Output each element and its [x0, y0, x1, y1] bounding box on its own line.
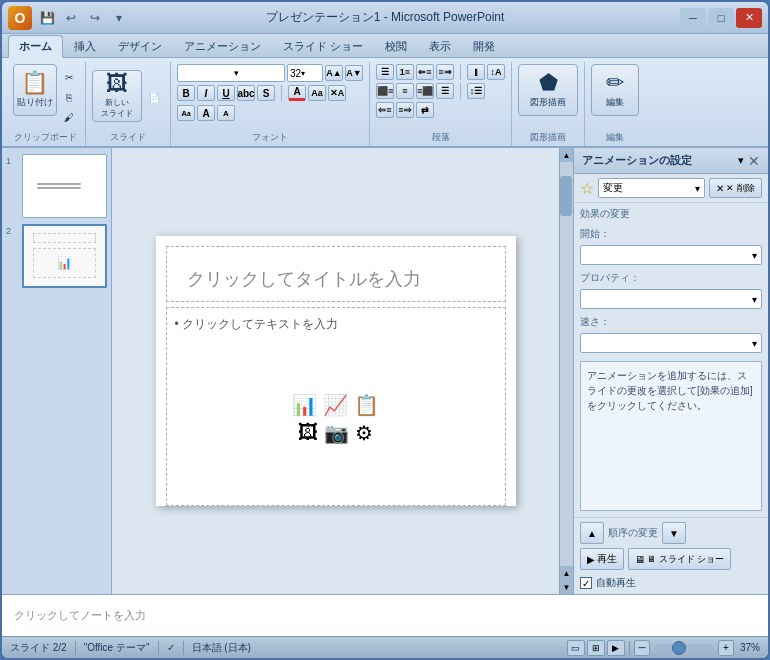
undo-btn[interactable]: ↩ — [60, 7, 82, 29]
bullet-list-btn[interactable]: ☰ — [376, 64, 394, 80]
slide-title-area[interactable]: クリックしてタイトルを入力 — [166, 246, 506, 302]
save-quick-btn[interactable]: 💾 — [36, 7, 58, 29]
tab-develop[interactable]: 開発 — [462, 35, 506, 57]
tab-design[interactable]: デザイン — [107, 35, 173, 57]
redo-btn[interactable]: ↪ — [84, 7, 106, 29]
slide-layout-btn[interactable]: 📄 — [144, 89, 164, 107]
font-name-combo[interactable]: ▾ — [177, 64, 285, 82]
normal-view-btn[interactable]: ▭ — [567, 640, 585, 656]
increase-font-btn[interactable]: A▲ — [325, 65, 343, 81]
new-slide-icon: 🖼 — [106, 73, 128, 95]
office-logo-icon[interactable]: O — [8, 6, 32, 30]
vertical-scrollbar[interactable]: ▲ ▲ ▼ — [559, 148, 573, 594]
bold-btn[interactable]: B — [177, 85, 195, 101]
shapes-btn[interactable]: ⬟ 図形描画 — [518, 64, 578, 116]
justify-btn[interactable]: ☰ — [436, 83, 454, 99]
autoplay-checkbox[interactable]: ✓ — [580, 577, 592, 589]
align-center-btn[interactable]: ≡ — [396, 83, 414, 99]
slide-group: 🖼 新しいスライド 📄 スライド — [86, 62, 171, 146]
cut-btn[interactable]: ✂ — [59, 68, 79, 86]
underline-btn[interactable]: U — [217, 85, 235, 101]
shadow-btn[interactable]: S — [257, 85, 275, 101]
new-slide-btn[interactable]: 🖼 新しいスライド — [92, 70, 142, 122]
animation-delete-btn[interactable]: ✕ ✕ 削除 — [709, 178, 762, 198]
animation-panel-dropdown-icon[interactable]: ▾ — [738, 154, 744, 167]
title-bar-left: O 💾 ↩ ↪ ▾ — [8, 6, 130, 30]
font-size-aa-btn[interactable]: Aa — [308, 85, 326, 101]
slideshow-view-btn[interactable]: ▶ — [607, 640, 625, 656]
slide-content-area[interactable]: • クリックしてテキストを入力 📊 📈 📋 🖼 📷 ⚙ — [166, 307, 506, 506]
line-spacing-btn[interactable]: ↕☰ — [467, 83, 485, 99]
chart-icon[interactable]: 📈 — [323, 393, 348, 417]
order-down-icon: ▼ — [669, 528, 679, 539]
clear-format-btn[interactable]: ✕A — [328, 85, 346, 101]
zoom-slider[interactable] — [654, 644, 714, 652]
font-size-combo[interactable]: 32 ▾ — [287, 64, 323, 82]
indent-left-btn[interactable]: ⇦≡ — [376, 102, 394, 118]
maximize-btn[interactable]: □ — [708, 8, 734, 28]
text-direction-btn[interactable]: ↕A — [487, 64, 505, 80]
slide-sorter-btn[interactable]: ⊞ — [587, 640, 605, 656]
align-right-btn[interactable]: ≡⬛ — [416, 83, 434, 99]
font-color-btn[interactable]: A — [288, 85, 306, 101]
slide-canvas[interactable]: クリックしてタイトルを入力 • クリックしてテキストを入力 📊 📈 📋 🖼 — [156, 236, 516, 506]
notes-area[interactable]: クリックしてノートを入力 — [2, 594, 768, 636]
zoom-handle[interactable] — [672, 641, 686, 655]
scroll-down-up-btn[interactable]: ▲ — [560, 566, 574, 580]
decrease-font-btn[interactable]: A▼ — [345, 65, 363, 81]
speed-combo[interactable]: ▾ — [580, 333, 762, 353]
slideshow-btn[interactable]: 🖥 🖥 スライド ショー — [628, 548, 731, 570]
tab-insert[interactable]: 挿入 — [63, 35, 107, 57]
edit-btn[interactable]: ✏ 編集 — [591, 64, 639, 116]
tab-review[interactable]: 校閲 — [374, 35, 418, 57]
align-left-btn[interactable]: ⬛≡ — [376, 83, 394, 99]
rtl-btn[interactable]: ⇐≡ — [416, 64, 434, 80]
col-btn[interactable]: ⫿ — [467, 64, 485, 80]
indent-right-btn[interactable]: ≡⇨ — [396, 102, 414, 118]
animation-panel-title: アニメーションの設定 — [582, 153, 738, 168]
scroll-up-btn[interactable]: ▲ — [560, 148, 574, 162]
copy-btn[interactable]: ⎘ — [59, 88, 79, 106]
scroll-down-btn[interactable]: ▼ — [560, 580, 574, 594]
scroll-thumb[interactable] — [560, 176, 572, 216]
property-combo[interactable]: ▾ — [580, 289, 762, 309]
font-size-small-btn[interactable]: A — [217, 105, 235, 121]
animation-change-combo[interactable]: 変更 ▾ — [598, 178, 705, 198]
font-group: ▾ 32 ▾ A▲ A▼ B I U abc S — [171, 62, 370, 146]
font-aa2-btn[interactable]: Aa — [177, 105, 195, 121]
format-painter-btn[interactable]: 🖌 — [59, 108, 79, 126]
view-buttons: ▭ ⊞ ▶ — [567, 640, 625, 656]
quickaccess-dropdown-btn[interactable]: ▾ — [108, 7, 130, 29]
font-size-big-btn[interactable]: A — [197, 105, 215, 121]
minimize-btn[interactable]: ─ — [680, 8, 706, 28]
window-title: プレゼンテーション1 - Microsoft PowerPoint — [266, 9, 505, 26]
paste-btn[interactable]: 📋 貼り付け — [13, 64, 57, 116]
media-icon[interactable]: ⚙ — [355, 421, 373, 445]
play-btn[interactable]: ▶ 再生 — [580, 548, 624, 570]
zoom-in-btn[interactable]: + — [718, 640, 734, 656]
tab-home[interactable]: ホーム — [8, 35, 63, 58]
convert-btn[interactable]: ⇄ — [416, 102, 434, 118]
animation-panel-close-btn[interactable]: ✕ — [748, 153, 760, 169]
tab-view[interactable]: 表示 — [418, 35, 462, 57]
order-up-btn[interactable]: ▲ — [580, 522, 604, 544]
smartart-icon[interactable]: 📋 — [354, 393, 379, 417]
autoplay-row: ✓ 自動再生 — [574, 574, 768, 594]
tab-animation[interactable]: アニメーション — [173, 35, 272, 57]
title-bar: O 💾 ↩ ↪ ▾ プレゼンテーション1 - Microsoft PowerPo… — [2, 2, 768, 34]
italic-btn[interactable]: I — [197, 85, 215, 101]
strikethrough-btn[interactable]: abc — [237, 85, 255, 101]
tab-slideshow[interactable]: スライド ショー — [272, 35, 374, 57]
start-combo[interactable]: ▾ — [580, 245, 762, 265]
slide-thumb-2: 2 📊 — [6, 224, 107, 288]
slide-preview-2[interactable]: 📊 — [22, 224, 107, 288]
close-btn[interactable]: ✕ — [736, 8, 762, 28]
clip-icon[interactable]: 📷 — [324, 421, 349, 445]
slide-preview-1[interactable] — [22, 154, 107, 218]
zoom-out-btn[interactable]: ─ — [634, 640, 650, 656]
table-icon[interactable]: 📊 — [292, 393, 317, 417]
picture-icon[interactable]: 🖼 — [298, 421, 318, 445]
numbered-list-btn[interactable]: 1≡ — [396, 64, 414, 80]
ltr-btn[interactable]: ≡⇒ — [436, 64, 454, 80]
order-down-btn[interactable]: ▼ — [662, 522, 686, 544]
